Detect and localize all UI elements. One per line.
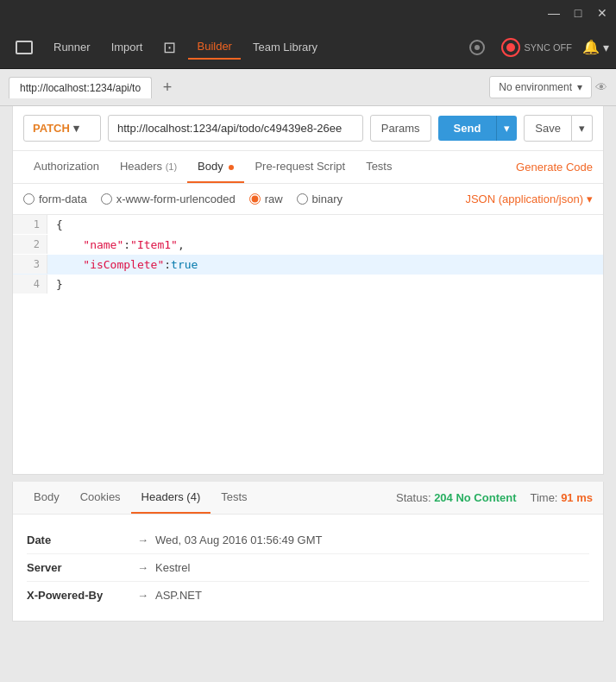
- header-val-server: Kestrel: [155, 561, 190, 574]
- url-bar-area: http://localhost:1234/api/to + No enviro…: [0, 69, 616, 106]
- response-headers-body: Date → Wed, 03 Aug 2016 01:56:49 GMT Ser…: [13, 515, 603, 621]
- maximize-button[interactable]: □: [571, 6, 585, 20]
- line-content-1: {: [47, 215, 72, 235]
- new-request-button[interactable]: ⊡: [154, 33, 185, 62]
- method-chevron-icon: ▾: [73, 122, 79, 135]
- main-panel: PATCH ▾ Params Send ▾ Save ▾ Authorizati…: [5, 106, 611, 622]
- interceptor-button[interactable]: [460, 34, 494, 61]
- body-dot: [229, 165, 234, 170]
- menu-chevron-icon[interactable]: ▾: [603, 41, 609, 54]
- sync-container: SYNC OFF: [501, 38, 572, 57]
- header-arrow-date: →: [137, 534, 148, 546]
- time-label: Time: 91 ms: [530, 491, 593, 504]
- tab-body[interactable]: Body: [187, 151, 244, 183]
- request-tabs: Authorization Headers (1) Body Pre-reque…: [13, 151, 603, 184]
- header-arrow-xpoweredby: →: [137, 589, 148, 602]
- resp-tab-body[interactable]: Body: [23, 482, 70, 514]
- sync-dot: [506, 43, 515, 52]
- resp-tab-cookies[interactable]: Cookies: [70, 482, 131, 514]
- response-tabs: Body Cookies Headers (4) Tests Status: 2…: [13, 482, 603, 515]
- header-val-xpoweredby: ASP.NET: [155, 589, 202, 602]
- response-panel: Body Cookies Headers (4) Tests Status: 2…: [12, 482, 604, 622]
- add-tab-button[interactable]: +: [157, 77, 178, 98]
- response-status: Status: 204 No Content Time: 91 ms: [396, 491, 593, 504]
- tab-pre-request[interactable]: Pre-request Script: [244, 151, 355, 183]
- eye-icon[interactable]: 👁: [595, 80, 607, 94]
- import-button[interactable]: Import: [103, 35, 152, 59]
- svg-point-1: [475, 45, 480, 50]
- status-value: 204 No Content: [434, 491, 516, 504]
- send-button-group: Send ▾: [438, 116, 518, 141]
- method-selector[interactable]: PATCH ▾: [23, 115, 101, 142]
- line-number-1: 1: [13, 215, 47, 234]
- code-line-1: 1 {: [13, 215, 603, 235]
- json-selector[interactable]: JSON (application/json) ▾: [465, 193, 593, 205]
- send-button[interactable]: Send: [438, 116, 497, 141]
- resp-tab-headers[interactable]: Headers (4): [131, 482, 211, 514]
- window-wrapper: — □ ✕ Runner Import ⊡ Builder Team Libra…: [0, 0, 616, 682]
- header-row-date: Date → Wed, 03 Aug 2016 01:56:49 GMT: [27, 527, 589, 554]
- header-row-xpoweredby: X-Powered-By → ASP.NET: [27, 582, 589, 609]
- request-bar: PATCH ▾ Params Send ▾ Save ▾: [13, 106, 603, 151]
- builder-button[interactable]: Builder: [188, 35, 240, 60]
- header-key-date: Date: [27, 534, 130, 546]
- method-label: PATCH: [33, 122, 70, 135]
- header-key-server: Server: [27, 561, 130, 574]
- code-line-3: 3 "isComplete":true: [13, 255, 603, 275]
- header-row-server: Server → Kestrel: [27, 554, 589, 582]
- tab-authorization[interactable]: Authorization: [23, 151, 110, 183]
- line-number-2: 2: [13, 235, 47, 254]
- header-val-date: Wed, 03 Aug 2016 01:56:49 GMT: [155, 534, 322, 546]
- team-library-button[interactable]: Team Library: [244, 35, 326, 59]
- generate-code-link[interactable]: Generate Code: [516, 161, 593, 174]
- sidebar-toggle-button[interactable]: [7, 35, 41, 60]
- title-bar: — □ ✕: [0, 0, 616, 26]
- close-button[interactable]: ✕: [595, 6, 609, 20]
- url-tab[interactable]: http://localhost:1234/api/to: [9, 77, 152, 98]
- sync-icon: [501, 38, 520, 57]
- header-arrow-server: →: [137, 561, 148, 574]
- form-data-option[interactable]: form-data: [23, 193, 87, 205]
- raw-option[interactable]: raw: [249, 193, 283, 205]
- env-selector: No environment ▾ 👁: [489, 76, 607, 98]
- save-dropdown-button[interactable]: ▾: [572, 115, 593, 142]
- header-key-xpoweredby: X-Powered-By: [27, 589, 130, 602]
- request-panel: PATCH ▾ Params Send ▾ Save ▾ Authorizati…: [12, 106, 604, 475]
- new-tab-icon: ⊡: [163, 38, 176, 57]
- save-button-group: Save ▾: [524, 115, 593, 142]
- env-dropdown[interactable]: No environment ▾: [489, 76, 592, 98]
- tab-headers[interactable]: Headers (1): [110, 151, 187, 183]
- resp-tab-tests[interactable]: Tests: [211, 482, 257, 514]
- code-line-2: 2 "name":"Item1",: [13, 235, 603, 255]
- line-content-4: }: [47, 275, 72, 294]
- params-button[interactable]: Params: [370, 115, 431, 142]
- headers-badge: (1): [166, 161, 177, 172]
- sync-label: SYNC OFF: [524, 42, 572, 53]
- minimize-button[interactable]: —: [547, 6, 561, 20]
- notification-icon[interactable]: 🔔: [582, 39, 600, 55]
- body-options: form-data x-www-form-urlencoded raw bina…: [13, 184, 603, 215]
- toolbar: Runner Import ⊡ Builder Team Library SYN…: [0, 26, 616, 69]
- line-content-2: "name":"Item1",: [47, 235, 193, 255]
- send-dropdown-button[interactable]: ▾: [496, 116, 517, 141]
- binary-option[interactable]: binary: [297, 193, 343, 205]
- time-value: 91 ms: [561, 491, 593, 504]
- tab-tests[interactable]: Tests: [355, 151, 402, 183]
- code-editor[interactable]: 1 { 2 "name":"Item1", 3 "isComplete":tru…: [13, 215, 603, 474]
- url-input[interactable]: [108, 115, 363, 142]
- urlencoded-option[interactable]: x-www-form-urlencoded: [101, 193, 236, 205]
- status-label: Status: 204 No Content: [396, 491, 516, 504]
- line-content-3: "isComplete":true: [47, 255, 206, 275]
- interceptor-icon: [468, 39, 486, 56]
- env-chevron-icon: ▾: [577, 81, 582, 93]
- runner-button[interactable]: Runner: [45, 35, 99, 59]
- sidebar-icon: [16, 41, 33, 54]
- save-button[interactable]: Save: [524, 115, 572, 142]
- json-chevron-icon: ▾: [587, 193, 593, 205]
- line-number-4: 4: [13, 275, 47, 294]
- code-line-4: 4 }: [13, 275, 603, 294]
- line-number-3: 3: [13, 255, 47, 274]
